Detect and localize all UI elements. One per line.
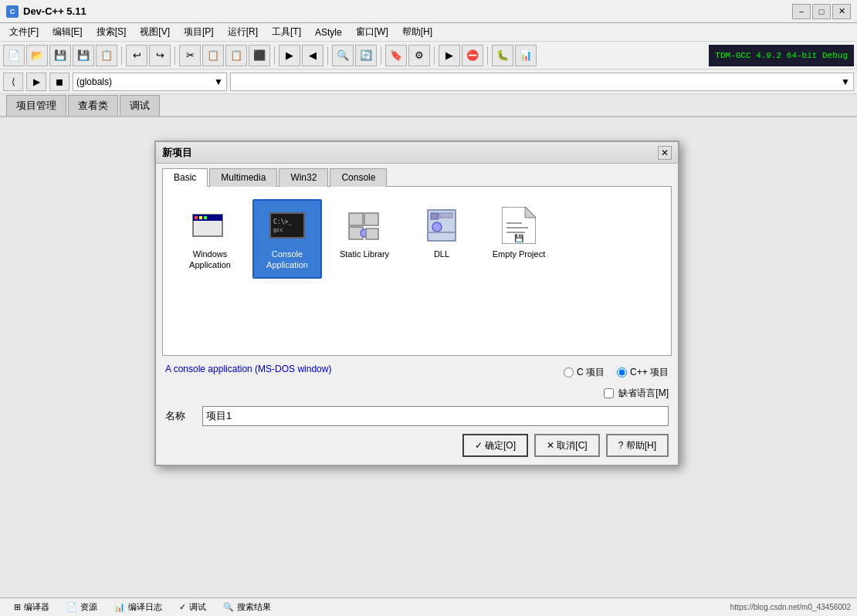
globals-dropdown[interactable]: (globals) ▼ [73, 73, 227, 91]
dialog-close-btn[interactable]: ✕ [658, 146, 672, 160]
content-area: 新项目 ✕ Basic Multimedia Win32 Console [0, 117, 857, 597]
status-tab-compile-log[interactable]: 📊 编译日志 [107, 600, 170, 614]
indent-btn[interactable]: ▶ [279, 45, 300, 66]
toolbar2-btn2[interactable]: ▶ [26, 73, 46, 91]
svg-rect-14 [431, 213, 439, 219]
dialog-tab-console[interactable]: Console [330, 168, 387, 187]
menu-bar: 文件[F] 编辑[E] 搜索[S] 视图[V] 项目[P] 运行[R] 工具[T… [0, 23, 857, 42]
svg-rect-8 [349, 213, 363, 225]
status-tab-debug[interactable]: ✓ 调试 [171, 600, 214, 614]
default-lang-checkbox-label[interactable]: 缺省语言[M] [604, 387, 669, 400]
dialog-footer: A console application (MS-DOS window) C … [156, 356, 678, 465]
resources-tab-icon: 📄 [66, 602, 77, 612]
ok-button[interactable]: ✓ 确定[O] [462, 434, 528, 457]
help-button[interactable]: ? 帮助[H] [606, 434, 669, 457]
save-all-btn[interactable]: 💾 [73, 45, 94, 66]
dropdown-arrow: ▼ [214, 76, 223, 87]
stop-btn[interactable]: ⛔ [462, 45, 483, 66]
toolbar2-btn3[interactable]: ◼ [49, 73, 69, 91]
svg-rect-2 [195, 216, 198, 219]
status-tab-resources[interactable]: 📄 资源 [59, 600, 105, 614]
menu-help[interactable]: 帮助[H] [396, 24, 439, 40]
menu-astyle[interactable]: AStyle [309, 25, 348, 39]
debug-btn[interactable]: 🐛 [492, 45, 513, 66]
svg-rect-9 [364, 213, 378, 225]
project-name-input[interactable] [202, 406, 669, 426]
footer-options: A console application (MS-DOS window) C … [165, 364, 669, 381]
search-arrow: ▼ [841, 76, 850, 87]
svg-rect-20 [506, 222, 522, 224]
radio-cpp[interactable] [617, 367, 627, 377]
description-text: A console application (MS-DOS window) [165, 364, 331, 374]
title-bar-controls: − □ ✕ [792, 4, 851, 19]
bookmark-btn[interactable]: 🔖 [385, 45, 407, 66]
empty-project-label: Empty Project [493, 249, 545, 259]
paste-btn[interactable]: 📋 [225, 45, 247, 66]
svg-rect-12 [366, 228, 378, 239]
new-file-btn[interactable]: 📄 [3, 45, 25, 66]
svg-rect-5 [270, 213, 304, 238]
menu-tools[interactable]: 工具[T] [266, 24, 307, 40]
menu-window[interactable]: 窗口[W] [350, 24, 395, 40]
compiler-tab-icon: ⊞ [14, 602, 21, 612]
menu-search[interactable]: 搜索[S] [90, 24, 133, 40]
undo-btn[interactable]: ↩ [126, 45, 147, 66]
menu-project[interactable]: 项目[P] [178, 24, 220, 40]
menu-edit[interactable]: 编辑[E] [46, 24, 89, 40]
svg-point-16 [432, 222, 442, 232]
redo-btn[interactable]: ↪ [149, 45, 171, 66]
open-btn[interactable]: 📂 [26, 45, 48, 66]
checkbox-label-text: 缺省语言[M] [618, 387, 669, 400]
tab-debug[interactable]: 调试 [120, 95, 160, 116]
unindent-btn[interactable]: ◀ [302, 45, 323, 66]
step-btn[interactable]: 📊 [515, 45, 537, 66]
dialog-tab-win32[interactable]: Win32 [279, 168, 328, 187]
build-btn[interactable]: ▶ [439, 45, 460, 66]
menu-view[interactable]: 视图[V] [134, 24, 176, 40]
sep6 [434, 46, 435, 65]
svg-rect-15 [440, 213, 452, 218]
status-tab-search[interactable]: 🔍 搜索结果 [215, 600, 279, 614]
status-tab-compiler[interactable]: ⊞ 编译器 [6, 600, 57, 614]
menu-run[interactable]: 运行[R] [222, 24, 264, 40]
sep1 [121, 46, 122, 65]
radio-c-label[interactable]: C 项目 [564, 366, 605, 379]
menu-file[interactable]: 文件[F] [3, 24, 45, 40]
close-file-btn[interactable]: 📋 [96, 45, 117, 66]
project-type-static-lib[interactable]: Static Library [330, 199, 399, 279]
project-type-dll[interactable]: DLL [407, 199, 476, 279]
minimize-button[interactable]: − [792, 4, 811, 19]
dialog-tab-basic[interactable]: Basic [162, 168, 208, 187]
panel-tabs: 项目管理 查看类 调试 [0, 94, 857, 117]
toolbar2-btn1[interactable]: ⟨ [3, 73, 23, 91]
compile-btn[interactable]: ⚙ [408, 45, 430, 66]
svg-marker-19 [525, 207, 536, 218]
project-type-windows-app[interactable]: WindowsApplication [175, 199, 245, 279]
radio-c[interactable] [564, 367, 574, 377]
copy-btn[interactable]: 📋 [202, 45, 224, 66]
cut-btn[interactable]: ✂ [179, 45, 201, 66]
maximize-button[interactable]: □ [812, 4, 831, 19]
dll-icon [423, 207, 460, 244]
cancel-button[interactable]: ✕ 取消[C] [534, 434, 600, 457]
svg-rect-3 [199, 216, 202, 219]
tab-project-manager[interactable]: 项目管理 [6, 95, 66, 116]
compile-log-label: 编译日志 [128, 601, 162, 613]
dialog-tab-multimedia[interactable]: Multimedia [209, 168, 277, 187]
find-btn[interactable]: 🔍 [332, 45, 354, 66]
radio-cpp-label[interactable]: C++ 项目 [617, 366, 669, 379]
dialog-title-bar: 新项目 ✕ [156, 142, 678, 164]
project-type-empty[interactable]: 💾 Empty Project [484, 199, 554, 279]
status-url: https://blog.csdn.net/m0_43456002 [730, 603, 851, 611]
save-btn[interactable]: 💾 [49, 45, 71, 66]
close-button[interactable]: ✕ [832, 4, 851, 19]
replace-btn[interactable]: 🔄 [355, 45, 377, 66]
dialog-tabs: Basic Multimedia Win32 Console [156, 164, 678, 186]
tab-browse-class[interactable]: 查看类 [68, 95, 118, 116]
default-lang-checkbox[interactable] [604, 388, 614, 398]
search-combo[interactable]: ▼ [230, 73, 854, 91]
project-type-console-app[interactable]: C:\>_ gcc ConsoleApplication [252, 199, 322, 279]
title-bar: C Dev-C++ 5.11 − □ ✕ [0, 0, 857, 23]
delete-btn[interactable]: ⬛ [249, 45, 270, 66]
compiler-label: TDM-GCC 4.9.2 64-bit Debug [709, 45, 854, 66]
